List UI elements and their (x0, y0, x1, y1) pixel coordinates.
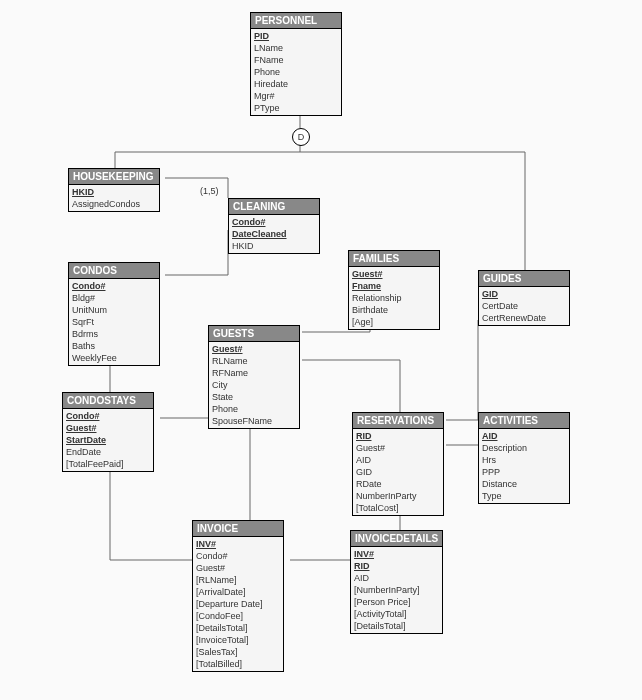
entity-attr: PPP (482, 466, 566, 478)
entity-title: CONDOS (69, 263, 159, 279)
entity-attr: [TotalBilled] (196, 658, 280, 670)
entity-reservations: RESERVATIONSRIDGuest#AIDGIDRDateNumberIn… (352, 412, 444, 516)
entity-attr: DateCleaned (232, 228, 316, 240)
entity-attr: NumberInParty (356, 490, 440, 502)
entity-attr: RLName (212, 355, 296, 367)
entity-activities: ACTIVITIESAIDDescriptionHrsPPPDistanceTy… (478, 412, 570, 504)
entity-title: FAMILIES (349, 251, 439, 267)
entity-attr: Relationship (352, 292, 436, 304)
entity-attr: AID (354, 572, 439, 584)
entity-attr: AssignedCondos (72, 198, 156, 210)
entity-attr: RFName (212, 367, 296, 379)
entity-attrs: Guest#FnameRelationshipBirthdate[Age] (349, 267, 439, 329)
entity-attr: WeeklyFee (72, 352, 156, 364)
entity-attr: GID (356, 466, 440, 478)
entity-title: GUESTS (209, 326, 299, 342)
entity-attr: StartDate (66, 434, 150, 446)
entity-attr: City (212, 379, 296, 391)
entity-attr: Birthdate (352, 304, 436, 316)
entity-title: PERSONNEL (251, 13, 341, 29)
specialization-discriminator: D (292, 128, 310, 146)
entity-attr: INV# (354, 548, 439, 560)
entity-attr: INV# (196, 538, 280, 550)
entity-attr: [ActivityTotal] (354, 608, 439, 620)
entity-attr: RID (354, 560, 439, 572)
entity-attrs: Guest#RLNameRFNameCityStatePhoneSpouseFN… (209, 342, 299, 428)
entity-title: INVOICE (193, 521, 283, 537)
entity-title: RESERVATIONS (353, 413, 443, 429)
entity-attr: [Person Price] (354, 596, 439, 608)
entity-attr: Guest# (356, 442, 440, 454)
entity-attr: Hiredate (254, 78, 338, 90)
entity-attr: LName (254, 42, 338, 54)
entity-attrs: INV#RIDAID[NumberInParty][Person Price][… (351, 547, 442, 633)
entity-guests: GUESTSGuest#RLNameRFNameCityStatePhoneSp… (208, 325, 300, 429)
entity-attr: GID (482, 288, 566, 300)
entity-personnel: PERSONNELPIDLNameFNamePhoneHiredateMgr#P… (250, 12, 342, 116)
entity-invoicedetails: INVOICEDETAILSINV#RIDAID[NumberInParty][… (350, 530, 443, 634)
entity-attr: CertDate (482, 300, 566, 312)
entity-attr: Mgr# (254, 90, 338, 102)
entity-attr: Condo# (196, 550, 280, 562)
entity-attr: Baths (72, 340, 156, 352)
entity-attr: CertRenewDate (482, 312, 566, 324)
entity-title: GUIDES (479, 271, 569, 287)
entity-attr: HKID (232, 240, 316, 252)
entity-title: ACTIVITIES (479, 413, 569, 429)
entity-attr: [CondoFee] (196, 610, 280, 622)
entity-condostays: CONDOSTAYSCondo#Guest#StartDateEndDate[T… (62, 392, 154, 472)
cardinality-label: (1,5) (200, 186, 219, 196)
entity-attr: RID (356, 430, 440, 442)
entity-attr: [RLName] (196, 574, 280, 586)
entity-attr: RDate (356, 478, 440, 490)
entity-condos: CONDOSCondo#Bldg#UnitNumSqrFtBdrmsBathsW… (68, 262, 160, 366)
entity-title: INVOICEDETAILS (351, 531, 442, 547)
entity-attrs: INV#Condo#Guest#[RLName][ArrivalDate][De… (193, 537, 283, 671)
entity-attr: [TotalCost] (356, 502, 440, 514)
entity-attr: PID (254, 30, 338, 42)
entity-attrs: RIDGuest#AIDGIDRDateNumberInParty[TotalC… (353, 429, 443, 515)
entity-cleaning: CLEANINGCondo#DateCleanedHKID (228, 198, 320, 254)
entity-attr: [TotalFeePaid] (66, 458, 150, 470)
entity-attr: Guest# (352, 268, 436, 280)
entity-attrs: Condo#Bldg#UnitNumSqrFtBdrmsBathsWeeklyF… (69, 279, 159, 365)
entity-attr: Description (482, 442, 566, 454)
entity-attr: Guest# (196, 562, 280, 574)
entity-attrs: Condo#Guest#StartDateEndDate[TotalFeePai… (63, 409, 153, 471)
entity-guides: GUIDESGIDCertDateCertRenewDate (478, 270, 570, 326)
entity-title: CONDOSTAYS (63, 393, 153, 409)
entity-attr: [ArrivalDate] (196, 586, 280, 598)
entity-housekeeping: HOUSEKEEPINGHKIDAssignedCondos (68, 168, 160, 212)
entity-attr: PType (254, 102, 338, 114)
entity-attr: [SalesTax] (196, 646, 280, 658)
entity-attr: State (212, 391, 296, 403)
entity-attr: Fname (352, 280, 436, 292)
entity-title: HOUSEKEEPING (69, 169, 159, 185)
entity-attr: [Age] (352, 316, 436, 328)
entity-attr: UnitNum (72, 304, 156, 316)
entity-attrs: HKIDAssignedCondos (69, 185, 159, 211)
entity-attr: Bdrms (72, 328, 156, 340)
entity-attr: [DetailsTotal] (354, 620, 439, 632)
entity-attr: Bldg# (72, 292, 156, 304)
entity-attr: Guest# (212, 343, 296, 355)
entity-attrs: PIDLNameFNamePhoneHiredateMgr#PType (251, 29, 341, 115)
entity-attr: EndDate (66, 446, 150, 458)
entity-attr: Condo# (72, 280, 156, 292)
entity-attr: [DetailsTotal] (196, 622, 280, 634)
entity-attrs: Condo#DateCleanedHKID (229, 215, 319, 253)
entity-attr: Hrs (482, 454, 566, 466)
entity-attr: AID (356, 454, 440, 466)
entity-attr: Phone (212, 403, 296, 415)
entity-attrs: AIDDescriptionHrsPPPDistanceType (479, 429, 569, 503)
entity-title: CLEANING (229, 199, 319, 215)
er-diagram-canvas: { "chart_data": { "type": "er-diagram", … (0, 0, 642, 700)
entity-attr: Type (482, 490, 566, 502)
entity-attr: SpouseFName (212, 415, 296, 427)
entity-attrs: GIDCertDateCertRenewDate (479, 287, 569, 325)
entity-attr: Condo# (66, 410, 150, 422)
entity-attr: FName (254, 54, 338, 66)
entity-attr: [Departure Date] (196, 598, 280, 610)
entity-attr: [NumberInParty] (354, 584, 439, 596)
entity-families: FAMILIESGuest#FnameRelationshipBirthdate… (348, 250, 440, 330)
